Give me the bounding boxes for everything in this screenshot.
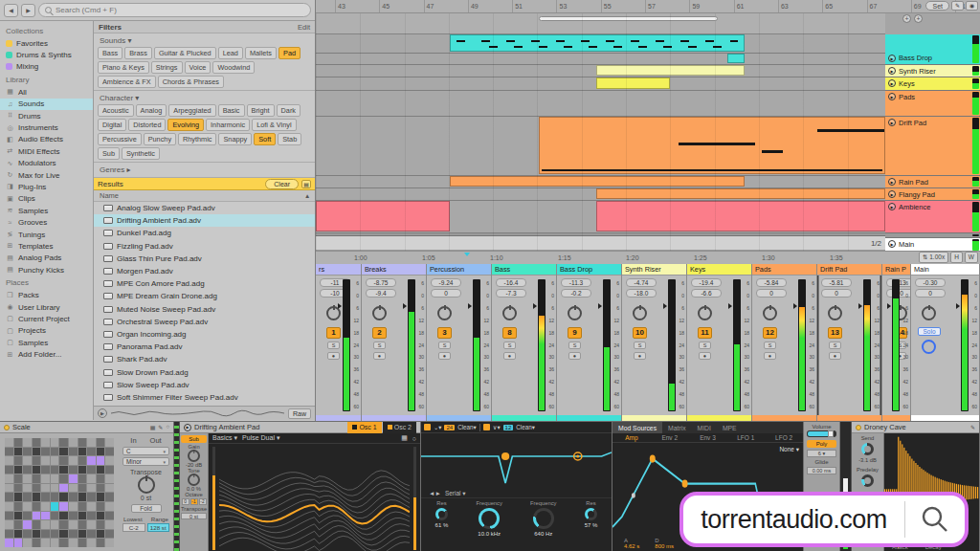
add-marker-icon[interactable]: +	[902, 14, 911, 23]
filter-tag[interactable]: Dark	[277, 104, 301, 117]
filter1-circuit-select[interactable]: Clean▾	[457, 424, 477, 430]
res2-control[interactable]: Res 57 %	[585, 500, 598, 528]
save-icon[interactable]: ○	[166, 424, 169, 430]
library-item[interactable]: ▦All	[0, 86, 93, 98]
envelope-tab[interactable]: Env 2	[651, 433, 689, 442]
back-button[interactable]: ◀	[4, 4, 18, 17]
track-header[interactable]: ▶ Bass Drop	[885, 34, 980, 65]
forward-button[interactable]: ▶	[21, 4, 35, 17]
library-item[interactable]: ⇄MIDI Effects	[0, 145, 93, 157]
filter-tag[interactable]: Piano & Keys	[98, 61, 149, 74]
result-item[interactable]: Fizzling Pad.adv	[94, 240, 315, 253]
range-value[interactable]: 128 st	[147, 523, 170, 532]
track-play-icon[interactable]: ▶	[888, 55, 896, 62]
filter-tag[interactable]: Arpeggiated	[168, 104, 215, 117]
track-activator-button[interactable]: 2	[372, 327, 387, 339]
zoom-level-control[interactable]: ⇅ 1.00x	[919, 252, 948, 263]
library-item[interactable]: ≶Tunings	[0, 229, 93, 240]
results-menu-icon[interactable]: ▤	[301, 180, 311, 188]
volume-value[interactable]: -18.0	[626, 289, 657, 298]
send-value[interactable]: -3.1 dB	[853, 457, 882, 463]
octave-option[interactable]: 0	[182, 498, 189, 505]
result-item[interactable]: MPE Dream Grain Drone.adg	[94, 290, 315, 302]
time-ruler[interactable]: 1:00 1:05 1:10 1:15 1:20 1:25 1:30 1:35 …	[316, 251, 980, 264]
edit-filters-button[interactable]: Edit	[298, 23, 310, 32]
mixer-track-name[interactable]: Bass	[492, 264, 556, 276]
mixer-strip[interactable]: Bass Drop -11.3 -0.2 9 S ● 6 0 6 12 18 2…	[557, 264, 622, 421]
solo-button[interactable]: S	[764, 342, 776, 349]
mixer-strip[interactable]: Breaks -8.75 -9.4 2 S ● 6 0 6 12 18 24 3…	[362, 264, 427, 421]
crossfade-knob[interactable]	[922, 340, 936, 354]
mod-tab[interactable]: Mod Sources	[612, 422, 662, 433]
result-item[interactable]: Drifting Ambient Pad.adv	[94, 214, 315, 227]
filter-tag[interactable]: Snappy	[218, 133, 252, 145]
library-item[interactable]: ⊞Templates	[0, 240, 93, 252]
arm-button[interactable]: ●	[438, 352, 451, 360]
filter-tag[interactable]: Punchy	[144, 133, 176, 145]
osc-tab[interactable]: Osc 1	[347, 422, 381, 433]
track-activator-button[interactable]: 1	[326, 327, 341, 339]
clip-ambience-2[interactable]	[596, 201, 885, 231]
volume-value[interactable]: -7.3	[496, 289, 526, 298]
filter-tag[interactable]: Ambience & FX	[98, 76, 156, 88]
pan-knob[interactable]	[568, 306, 582, 320]
envelope-tab[interactable]: Env 3	[689, 433, 727, 442]
track-activator-button[interactable]: 12	[763, 327, 777, 339]
arm-button[interactable]: ●	[699, 352, 711, 360]
mixer-track-name[interactable]: Rain P	[882, 264, 910, 276]
osc-tab[interactable]: Osc 2	[383, 422, 416, 433]
pan-knob[interactable]	[502, 306, 517, 320]
clear-filters-button[interactable]: Clear	[265, 179, 299, 189]
result-item[interactable]: Shark Pad.adv	[94, 353, 315, 365]
wave-position-slider[interactable]	[411, 447, 419, 550]
pan-knob[interactable]	[828, 306, 842, 320]
lowest-value[interactable]: C-2	[122, 523, 145, 532]
filter-tag[interactable]: Guitar & Plucked	[154, 47, 216, 59]
library-item[interactable]: ▤Analog Pads	[0, 253, 93, 264]
library-item[interactable]: ▤Punchy Kicks	[0, 264, 93, 276]
mixer-strip[interactable]: Bass -16.4 -7.3 8 S ● 6 0 6 12 18 24 30 …	[492, 264, 557, 421]
arm-button[interactable]: ●	[327, 352, 340, 360]
clip-flangy-pad[interactable]	[596, 188, 885, 199]
sub-button[interactable]: Sub	[181, 435, 207, 443]
filter-tag[interactable]: Basic	[218, 104, 245, 117]
track-header[interactable]: ▶ Drift Pad	[885, 117, 980, 176]
track-header[interactable]: ▶ Synth Riser	[885, 65, 980, 77]
wavetable-name-select[interactable]: Pulse Dual ▾	[242, 434, 279, 442]
volume-slider[interactable]	[807, 430, 836, 437]
predelay-knob[interactable]	[861, 474, 874, 487]
clip-synth-riser[interactable]	[596, 65, 745, 76]
track-activator-button[interactable]: 8	[502, 327, 517, 339]
place-item[interactable]: ▢Projects	[0, 325, 93, 337]
octave-option[interactable]: -2	[199, 498, 207, 505]
track-play-icon[interactable]: ▶	[888, 178, 896, 186]
volume-value[interactable]: 0	[915, 289, 946, 298]
wavetable-display[interactable]	[219, 444, 410, 551]
result-item[interactable]: Soft Shimmer Filter Sweep Pad.adv	[94, 391, 315, 404]
mixer-track-name[interactable]: rs	[316, 264, 361, 276]
zoom-height-button[interactable]: H	[950, 252, 963, 263]
filter-tag[interactable]: Acoustic	[98, 104, 134, 117]
display-mode-icon[interactable]: ▦	[401, 434, 408, 442]
mixer-track-name[interactable]: Pads	[752, 264, 816, 276]
freq2-knob[interactable]	[533, 508, 554, 529]
filter-tag[interactable]: Mallets	[245, 47, 277, 59]
solo-button[interactable]: S	[503, 342, 516, 349]
osc-gain-slider[interactable]	[210, 447, 218, 550]
mixer-track-name[interactable]: Breaks	[362, 264, 426, 276]
track-activator-button[interactable]: 10	[633, 327, 647, 339]
place-item[interactable]: ▢Samples	[0, 337, 93, 348]
mixer-track-name[interactable]: Drift Pad	[817, 264, 881, 276]
result-item[interactable]: Muted Noise Sweep Pad.adv	[94, 303, 315, 316]
track-play-icon[interactable]: ▶	[888, 119, 896, 126]
volume-value[interactable]: 0	[431, 289, 461, 298]
clip-rain-pad[interactable]	[450, 176, 745, 187]
solo-button[interactable]: S	[634, 342, 646, 349]
mixer-strip[interactable]: rs -11 -10 1 S ● 6 0 6 12 18 24 30 36 42…	[316, 264, 362, 421]
track-activator-button[interactable]: 9	[568, 327, 582, 339]
filter-tag[interactable]: Pad	[278, 47, 301, 59]
filter-tag[interactable]: Bright	[247, 104, 275, 117]
mixer-track-name[interactable]: Synth Riser	[622, 264, 686, 276]
freq1-control[interactable]: Frequency 10.0 kHz	[476, 500, 501, 537]
filter2-circuit-select[interactable]: Clean▾	[516, 424, 535, 430]
